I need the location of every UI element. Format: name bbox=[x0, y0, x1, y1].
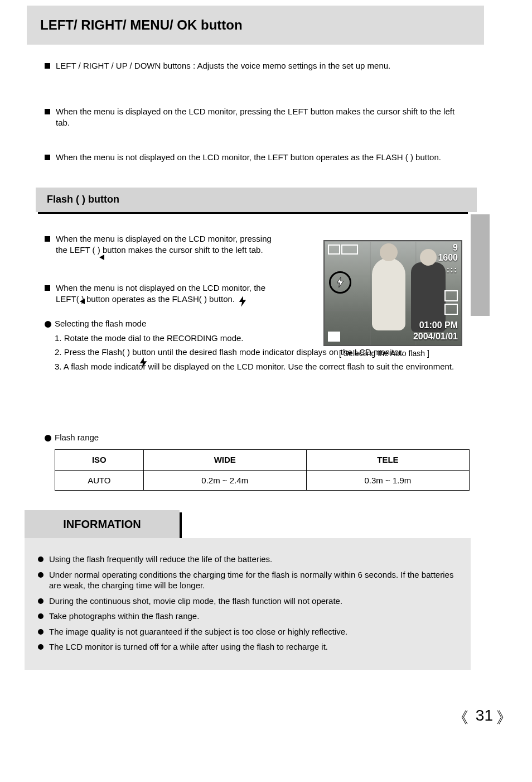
date: 2004/01/01 bbox=[413, 331, 458, 343]
info-box: Using the flash frequently will reduce t… bbox=[25, 538, 471, 670]
circle-bullet-icon bbox=[38, 598, 43, 604]
left-arrow-icon bbox=[80, 299, 85, 304]
info-item: The image quality is not guaranteed if t… bbox=[38, 626, 457, 637]
info-item: Take photographs within the flash range. bbox=[38, 611, 457, 622]
square-bullet-icon bbox=[45, 63, 50, 69]
line-a: When the menu is not displayed on the LC… bbox=[56, 283, 265, 292]
text: Using the flash frequently will reduce t… bbox=[49, 554, 272, 565]
text: When the menu is not displayed on the LC… bbox=[56, 152, 441, 163]
page-number: 31 bbox=[476, 706, 493, 726]
left-arrow-icon bbox=[99, 255, 104, 260]
lcd-caption: [ Selecting the Auto flash ] bbox=[339, 348, 429, 358]
info-item: During the continuous shot, movie clip m… bbox=[38, 596, 457, 607]
flash-auto-icon bbox=[336, 277, 345, 287]
square-bullet-icon bbox=[45, 236, 50, 242]
text: The image quality is not guaranteed if t… bbox=[49, 626, 347, 637]
text: Take photographs within the flash range. bbox=[49, 611, 199, 622]
circle-bullet-icon bbox=[38, 644, 43, 650]
text: During the continuous shot, movie clip m… bbox=[49, 596, 342, 607]
info-title: INFORMATION bbox=[25, 510, 180, 538]
circle-bullet-icon bbox=[45, 321, 51, 328]
storage-icon bbox=[328, 332, 340, 342]
col-tele: TELE bbox=[306, 450, 469, 471]
line-a: When the menu is displayed on the LCD mo… bbox=[56, 234, 272, 243]
sharpness-icon bbox=[444, 290, 458, 301]
flash-icon bbox=[139, 357, 148, 368]
circle-bullet-icon bbox=[38, 572, 43, 578]
flash-icon bbox=[238, 296, 247, 307]
table-header-row: ISO WIDE TELE bbox=[55, 450, 470, 471]
text: When the menu is displayed on the LCD mo… bbox=[56, 106, 468, 128]
text: Under normal operating conditions the ch… bbox=[49, 569, 457, 591]
text: When the menu is not displayed on the LC… bbox=[56, 282, 265, 304]
resolution: 1600 bbox=[438, 252, 458, 264]
circle-bullet-icon bbox=[38, 613, 43, 619]
info-item: Using the flash frequently will reduce t… bbox=[38, 554, 457, 565]
quality-icon: ::: bbox=[447, 265, 458, 275]
col-wide: WIDE bbox=[143, 450, 306, 471]
text: The LCD monitor is turned off for a whil… bbox=[49, 641, 328, 653]
circle-bullet-icon bbox=[38, 629, 43, 635]
card-icon bbox=[444, 304, 458, 315]
page-bracket-left: 《 bbox=[453, 708, 468, 728]
flash-range-table: ISO WIDE TELE AUTO 0.2m ~ 2.4m 0.3m ~ 1.… bbox=[55, 449, 470, 491]
line-b: the LEFT ( ) button makes the cursor shi… bbox=[56, 245, 263, 255]
page-header: LEFT/ RIGHT/ MENU/ OK button bbox=[27, 6, 484, 45]
circle-bullet-icon bbox=[45, 435, 51, 442]
flash-indicator-highlight bbox=[329, 271, 351, 294]
cell: AUTO bbox=[55, 470, 144, 491]
cell: 0.3m ~ 1.9m bbox=[306, 470, 469, 491]
circle-bullet-icon bbox=[38, 556, 43, 562]
step-3: 3. A flash mode indicator will be displa… bbox=[55, 361, 467, 372]
flash-bullet-2: When the menu is not displayed on the LC… bbox=[45, 282, 318, 304]
text: Flash ( ) button bbox=[47, 193, 119, 206]
flash-range-label: Flash range bbox=[55, 432, 467, 443]
info-item: Under normal operating conditions the ch… bbox=[38, 569, 457, 591]
info-item: The LCD monitor is turned off for a whil… bbox=[38, 641, 457, 653]
cell: 0.2m ~ 2.4m bbox=[143, 470, 306, 491]
bullet-menu-flash-fallback: When the menu is not displayed on the LC… bbox=[45, 152, 468, 163]
flash-section-title: Flash ( ) button bbox=[36, 188, 477, 212]
bullet-left-right-menu: LEFT / RIGHT / UP / DOWN buttons : Adjus… bbox=[45, 60, 468, 71]
lcd-preview: 9 1600 ::: 01:00 PM 2004/01/01 bbox=[323, 240, 462, 346]
battery-icon bbox=[341, 244, 358, 255]
col-iso: ISO bbox=[55, 450, 144, 471]
bullet-menu-left-shift: When the menu is displayed on the LCD mo… bbox=[45, 106, 468, 128]
table-row: AUTO 0.2m ~ 2.4m 0.3m ~ 1.9m bbox=[55, 470, 470, 491]
flash-bullet-1: When the menu is displayed on the LCD mo… bbox=[45, 233, 318, 255]
camera-mode-icon bbox=[328, 244, 340, 255]
text: When the menu is displayed on the LCD mo… bbox=[56, 233, 272, 255]
page-bracket-right: 》 bbox=[496, 708, 512, 728]
time: 01:00 PM bbox=[419, 320, 458, 332]
person-figure bbox=[372, 258, 405, 330]
square-bullet-icon bbox=[45, 285, 50, 291]
side-tab bbox=[471, 214, 490, 316]
square-bullet-icon bbox=[45, 155, 50, 160]
text: LEFT / RIGHT / UP / DOWN buttons : Adjus… bbox=[56, 60, 390, 71]
square-bullet-icon bbox=[45, 109, 50, 114]
